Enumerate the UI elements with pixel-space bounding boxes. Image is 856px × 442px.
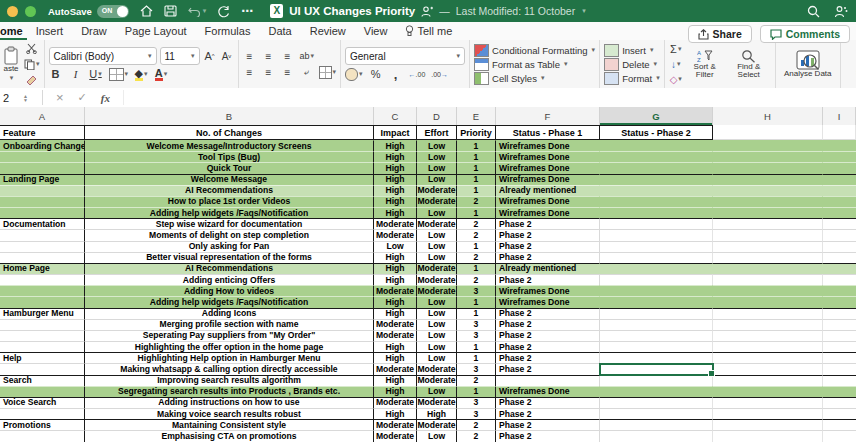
cell-feature[interactable] [0, 363, 85, 374]
cell-change[interactable]: Seperating Pay suppliers from "My Order" [85, 330, 374, 341]
comments-button[interactable]: Comments [760, 25, 850, 43]
zoom-traffic-light[interactable] [25, 6, 36, 17]
cell-priority[interactable]: 2 [457, 430, 496, 441]
cell-change[interactable]: Tool Tips (Bug) [85, 151, 374, 162]
increase-decimal-icon[interactable]: ←.00 [409, 67, 426, 81]
percent-style-button[interactable]: % [369, 67, 383, 81]
column-header-H[interactable]: H [713, 107, 823, 125]
cell-effort[interactable]: Moderate [417, 263, 457, 274]
cell-impact[interactable]: High [374, 263, 417, 274]
cell-change[interactable]: Adding Icons [85, 308, 374, 319]
cell-feature[interactable] [0, 185, 85, 196]
conditional-formatting-button[interactable]: Conditional Formatting▾ [474, 44, 595, 57]
cell-priority[interactable]: 2 [457, 419, 496, 430]
cell-status-phase2[interactable] [600, 430, 713, 441]
copy-icon[interactable]: ▾ [24, 57, 40, 71]
more-commands-icon[interactable]: ⋯ [241, 4, 253, 18]
cell-change[interactable]: Better visual representation of the form… [85, 252, 374, 263]
cell-priority[interactable]: 1 [457, 296, 496, 307]
cell-status-phase2[interactable] [600, 296, 713, 307]
cell-priority[interactable]: 2 [457, 218, 496, 229]
cell-status-phase1[interactable]: Wireframes Done [496, 285, 600, 296]
tab-view[interactable]: View [355, 22, 397, 40]
cell-feature[interactable]: Search [0, 375, 85, 386]
cell-impact[interactable]: High [374, 151, 417, 162]
cell-change[interactable]: Mantaining Consistent style [85, 419, 374, 430]
autosum-button[interactable]: Σ▾ [669, 42, 683, 56]
cell-status-phase1[interactable]: Phase 2 [496, 430, 600, 441]
cell-status-phase1[interactable]: Phase 2 [496, 241, 600, 252]
fill-color-button[interactable]: ◆▾ [134, 67, 148, 81]
cell-priority[interactable]: 3 [457, 330, 496, 341]
cell-status-phase2[interactable] [600, 140, 713, 151]
cell-i[interactable] [823, 140, 856, 151]
cell-impact[interactable]: High [374, 162, 417, 173]
cell-priority[interactable]: 2 [457, 375, 496, 386]
cell-effort[interactable]: Low [417, 229, 457, 240]
cell-change[interactable]: Segregating search results into Products… [85, 386, 374, 397]
account-icon[interactable] [834, 5, 848, 18]
cell-feature[interactable]: Documentation [0, 218, 85, 229]
tab-insert[interactable]: Insert [27, 22, 73, 40]
cell-status-phase2[interactable] [600, 151, 713, 162]
cell-status-phase1[interactable] [496, 375, 600, 386]
font-size-select[interactable]: 11▾ [160, 47, 200, 65]
cell-status-phase1[interactable]: Phase 2 [496, 341, 600, 352]
tab-ome[interactable]: ome [0, 22, 27, 40]
cell-change[interactable]: Quick Tour [85, 162, 374, 173]
cell-h[interactable] [713, 174, 823, 185]
cell-impact[interactable]: Moderate [374, 285, 417, 296]
cell-feature[interactable]: Promotions [0, 419, 85, 430]
cell-change[interactable]: Moments of delight on step completion [85, 229, 374, 240]
cell-i[interactable] [823, 162, 856, 173]
cell-priority[interactable]: 3 [457, 408, 496, 419]
redo-icon[interactable] [217, 5, 230, 18]
cell-impact[interactable]: Moderate [374, 430, 417, 441]
cell-status-phase2[interactable] [600, 241, 713, 252]
cell-styles-button[interactable]: Cell Styles▾ [474, 72, 595, 85]
cell-feature[interactable] [0, 285, 85, 296]
cell-i[interactable] [823, 151, 856, 162]
cell-feature[interactable] [0, 274, 85, 285]
cell-h[interactable] [713, 162, 823, 173]
cell-effort[interactable]: Low [417, 174, 457, 185]
cell-effort[interactable]: Moderate [417, 274, 457, 285]
cell-h[interactable] [713, 363, 823, 374]
cell-h[interactable] [713, 263, 823, 274]
number-format-select[interactable]: General▾ [345, 47, 465, 65]
cell-effort[interactable]: Low [417, 252, 457, 263]
cell-feature[interactable] [0, 196, 85, 207]
column-header-A[interactable]: A [0, 107, 85, 125]
cell-priority[interactable]: 1 [457, 140, 496, 151]
orientation-icon[interactable]: ab▾ [300, 49, 315, 63]
autosave-switch[interactable]: ON [97, 5, 129, 18]
cell-h[interactable] [713, 185, 823, 196]
wrap-text-icon[interactable]: ⤶ [300, 65, 314, 79]
cell-feature[interactable] [0, 296, 85, 307]
cell-i[interactable] [823, 207, 856, 218]
last-modified-caret[interactable]: ▾ [582, 7, 586, 15]
cell-effort[interactable]: Moderate [417, 196, 457, 207]
cell-h[interactable] [713, 408, 823, 419]
cell-status-phase2[interactable] [600, 408, 713, 419]
underline-button[interactable]: U▾ [89, 67, 103, 81]
cell-status-phase2[interactable] [600, 341, 713, 352]
cell-change[interactable]: Adding help widgets /Faqs/Notification [85, 296, 374, 307]
autosave-toggle[interactable]: AutoSave ON [48, 5, 129, 18]
cell-impact[interactable]: High [374, 408, 417, 419]
cell-i[interactable] [823, 263, 856, 274]
cell-priority[interactable]: 1 [457, 341, 496, 352]
cell-h[interactable] [713, 207, 823, 218]
cell-status-phase1[interactable]: Phase 2 [496, 218, 600, 229]
cell-feature[interactable] [0, 229, 85, 240]
tab-review[interactable]: Review [301, 22, 355, 40]
cell-priority[interactable]: 1 [457, 151, 496, 162]
header-cell-status-phase-2[interactable]: Status - Phase 2 [600, 125, 713, 140]
cell-change[interactable]: Adding help widgets /Faqs/Notification [85, 207, 374, 218]
cell-h[interactable] [713, 252, 823, 263]
cell-h[interactable] [713, 196, 823, 207]
cancel-icon[interactable]: × [56, 90, 64, 105]
cell-priority[interactable]: 1 [457, 308, 496, 319]
cell-effort[interactable]: Moderate [417, 218, 457, 229]
cell-feature[interactable] [0, 319, 85, 330]
